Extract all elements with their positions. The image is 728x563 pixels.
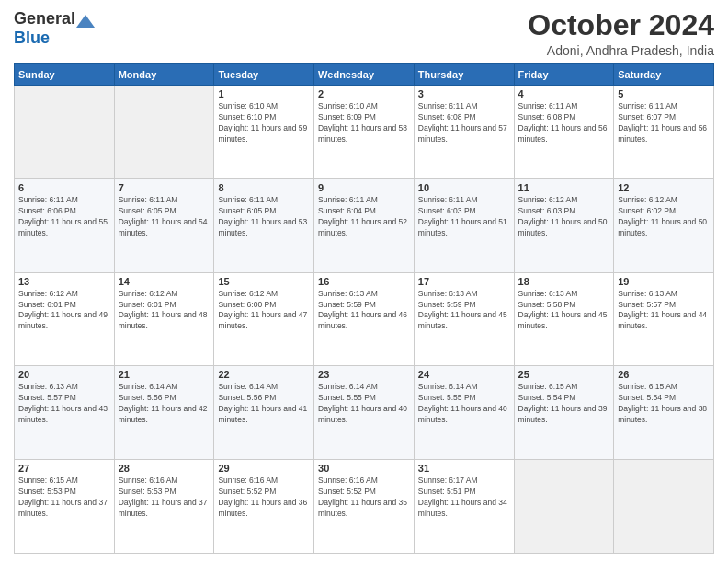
table-row: 7Sunrise: 6:11 AMSunset: 6:05 PMDaylight… <box>114 178 214 272</box>
table-row: 17Sunrise: 6:13 AMSunset: 5:59 PMDayligh… <box>414 272 514 366</box>
logo-blue: Blue <box>14 29 50 47</box>
day-number: 9 <box>318 182 410 193</box>
day-info: Sunrise: 6:11 AMSunset: 6:05 PMDaylight:… <box>218 195 310 239</box>
logo-general: General <box>14 9 75 29</box>
calendar-table: Sunday Monday Tuesday Wednesday Thursday… <box>14 63 714 554</box>
day-number: 31 <box>418 463 510 474</box>
table-row <box>614 460 714 554</box>
day-info: Sunrise: 6:16 AMSunset: 5:53 PMDaylight:… <box>119 476 210 520</box>
day-number: 1 <box>218 88 310 99</box>
day-number: 7 <box>119 182 210 193</box>
table-row: 6Sunrise: 6:11 AMSunset: 6:06 PMDaylight… <box>15 178 115 272</box>
col-monday: Monday <box>114 64 214 86</box>
table-row: 8Sunrise: 6:11 AMSunset: 6:05 PMDaylight… <box>214 178 314 272</box>
day-number: 20 <box>18 369 110 380</box>
day-info: Sunrise: 6:12 AMSunset: 6:03 PMDaylight:… <box>518 195 610 239</box>
day-info: Sunrise: 6:13 AMSunset: 5:57 PMDaylight:… <box>18 382 110 426</box>
month-title: October 2024 <box>528 9 714 41</box>
table-row: 4Sunrise: 6:11 AMSunset: 6:08 PMDaylight… <box>514 86 614 179</box>
day-number: 3 <box>418 88 510 99</box>
logo-text: General <box>14 9 95 29</box>
col-saturday: Saturday <box>614 64 714 86</box>
day-number: 15 <box>218 276 310 287</box>
day-number: 6 <box>18 182 110 193</box>
day-number: 4 <box>518 88 610 99</box>
day-info: Sunrise: 6:10 AMSunset: 6:09 PMDaylight:… <box>318 101 410 145</box>
day-info: Sunrise: 6:14 AMSunset: 5:56 PMDaylight:… <box>218 382 310 426</box>
col-wednesday: Wednesday <box>314 64 415 86</box>
table-row: 14Sunrise: 6:12 AMSunset: 6:01 PMDayligh… <box>114 272 214 366</box>
col-thursday: Thursday <box>414 64 514 86</box>
table-row: 1Sunrise: 6:10 AMSunset: 6:10 PMDaylight… <box>214 86 314 179</box>
day-number: 25 <box>518 369 610 380</box>
day-info: Sunrise: 6:16 AMSunset: 5:52 PMDaylight:… <box>318 476 410 520</box>
table-row: 30Sunrise: 6:16 AMSunset: 5:52 PMDayligh… <box>314 460 415 554</box>
table-row: 19Sunrise: 6:13 AMSunset: 5:57 PMDayligh… <box>614 272 714 366</box>
table-row: 27Sunrise: 6:15 AMSunset: 5:53 PMDayligh… <box>15 460 115 554</box>
table-row: 11Sunrise: 6:12 AMSunset: 6:03 PMDayligh… <box>514 178 614 272</box>
table-row: 12Sunrise: 6:12 AMSunset: 6:02 PMDayligh… <box>614 178 714 272</box>
location: Adoni, Andhra Pradesh, India <box>528 43 714 58</box>
header: General Blue October 2024 Adoni, Andhra … <box>14 9 714 58</box>
day-info: Sunrise: 6:13 AMSunset: 5:59 PMDaylight:… <box>318 289 410 333</box>
col-tuesday: Tuesday <box>214 64 314 86</box>
day-info: Sunrise: 6:17 AMSunset: 5:51 PMDaylight:… <box>418 476 510 520</box>
table-row: 20Sunrise: 6:13 AMSunset: 5:57 PMDayligh… <box>15 366 115 460</box>
day-number: 21 <box>119 369 210 380</box>
day-info: Sunrise: 6:14 AMSunset: 5:56 PMDaylight:… <box>119 382 210 426</box>
table-row: 9Sunrise: 6:11 AMSunset: 6:04 PMDaylight… <box>314 178 415 272</box>
day-number: 24 <box>418 369 510 380</box>
table-row: 23Sunrise: 6:14 AMSunset: 5:55 PMDayligh… <box>314 366 415 460</box>
table-row <box>15 86 115 179</box>
day-number: 5 <box>618 88 710 99</box>
week-row-2: 13Sunrise: 6:12 AMSunset: 6:01 PMDayligh… <box>15 272 714 366</box>
day-number: 22 <box>218 369 310 380</box>
table-row: 18Sunrise: 6:13 AMSunset: 5:58 PMDayligh… <box>514 272 614 366</box>
day-number: 27 <box>18 463 110 474</box>
day-number: 30 <box>318 463 410 474</box>
week-row-1: 6Sunrise: 6:11 AMSunset: 6:06 PMDaylight… <box>15 178 714 272</box>
table-row: 25Sunrise: 6:15 AMSunset: 5:54 PMDayligh… <box>514 366 614 460</box>
day-number: 10 <box>418 182 510 193</box>
calendar-header-row: Sunday Monday Tuesday Wednesday Thursday… <box>15 64 714 86</box>
day-info: Sunrise: 6:15 AMSunset: 5:54 PMDaylight:… <box>618 382 710 426</box>
day-info: Sunrise: 6:10 AMSunset: 6:10 PMDaylight:… <box>218 101 310 145</box>
week-row-3: 20Sunrise: 6:13 AMSunset: 5:57 PMDayligh… <box>15 366 714 460</box>
day-info: Sunrise: 6:13 AMSunset: 5:59 PMDaylight:… <box>418 289 510 333</box>
day-number: 19 <box>618 276 710 287</box>
day-info: Sunrise: 6:12 AMSunset: 6:01 PMDaylight:… <box>119 289 210 333</box>
table-row: 28Sunrise: 6:16 AMSunset: 5:53 PMDayligh… <box>114 460 214 554</box>
calendar-page: General Blue October 2024 Adoni, Andhra … <box>0 0 728 563</box>
day-info: Sunrise: 6:15 AMSunset: 5:54 PMDaylight:… <box>518 382 610 426</box>
day-info: Sunrise: 6:13 AMSunset: 5:58 PMDaylight:… <box>518 289 610 333</box>
day-info: Sunrise: 6:12 AMSunset: 6:00 PMDaylight:… <box>218 289 310 333</box>
week-row-4: 27Sunrise: 6:15 AMSunset: 5:53 PMDayligh… <box>15 460 714 554</box>
day-info: Sunrise: 6:14 AMSunset: 5:55 PMDaylight:… <box>418 382 510 426</box>
table-row <box>114 86 214 179</box>
svg-marker-0 <box>76 15 95 28</box>
table-row: 22Sunrise: 6:14 AMSunset: 5:56 PMDayligh… <box>214 366 314 460</box>
day-number: 11 <box>518 182 610 193</box>
table-row: 5Sunrise: 6:11 AMSunset: 6:07 PMDaylight… <box>614 86 714 179</box>
day-info: Sunrise: 6:11 AMSunset: 6:05 PMDaylight:… <box>119 195 210 239</box>
day-info: Sunrise: 6:15 AMSunset: 5:53 PMDaylight:… <box>18 476 110 520</box>
table-row: 10Sunrise: 6:11 AMSunset: 6:03 PMDayligh… <box>414 178 514 272</box>
table-row: 31Sunrise: 6:17 AMSunset: 5:51 PMDayligh… <box>414 460 514 554</box>
day-info: Sunrise: 6:12 AMSunset: 6:02 PMDaylight:… <box>618 195 710 239</box>
day-number: 2 <box>318 88 410 99</box>
day-number: 12 <box>618 182 710 193</box>
table-row: 26Sunrise: 6:15 AMSunset: 5:54 PMDayligh… <box>614 366 714 460</box>
day-number: 17 <box>418 276 510 287</box>
table-row <box>514 460 614 554</box>
day-number: 28 <box>119 463 210 474</box>
week-row-0: 1Sunrise: 6:10 AMSunset: 6:10 PMDaylight… <box>15 86 714 179</box>
day-number: 13 <box>18 276 110 287</box>
day-info: Sunrise: 6:14 AMSunset: 5:55 PMDaylight:… <box>318 382 410 426</box>
day-info: Sunrise: 6:11 AMSunset: 6:06 PMDaylight:… <box>18 195 110 239</box>
day-info: Sunrise: 6:11 AMSunset: 6:03 PMDaylight:… <box>418 195 510 239</box>
col-sunday: Sunday <box>15 64 115 86</box>
day-number: 16 <box>318 276 410 287</box>
table-row: 29Sunrise: 6:16 AMSunset: 5:52 PMDayligh… <box>214 460 314 554</box>
day-info: Sunrise: 6:13 AMSunset: 5:57 PMDaylight:… <box>618 289 710 333</box>
day-number: 18 <box>518 276 610 287</box>
